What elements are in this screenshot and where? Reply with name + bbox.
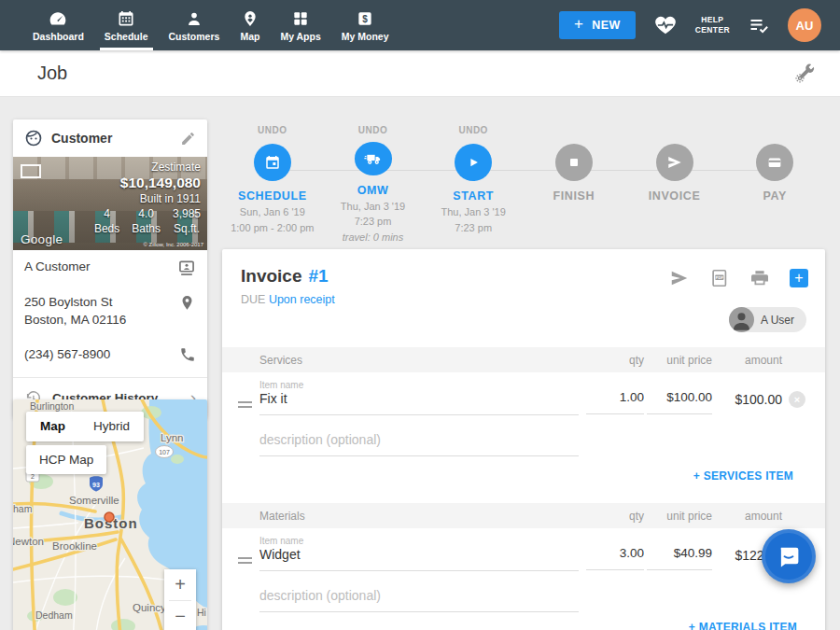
job-timeline: UNDO SCHEDULE Sun, Jan 6 '19 1:00 pm - 2…: [222, 125, 825, 245]
material-item-name-input[interactable]: [259, 547, 579, 571]
material-qty-input[interactable]: [586, 546, 644, 570]
step-label: FINISH: [553, 189, 595, 203]
contact-card-icon[interactable]: [177, 259, 196, 277]
hcp-map-button[interactable]: HCP Map: [26, 445, 106, 474]
add-services-item-link[interactable]: + SERVICES ITEM: [693, 469, 793, 483]
invoice-title-row: Invoice #1: [241, 266, 329, 287]
service-description-input[interactable]: [259, 432, 579, 456]
start-step-button[interactable]: [455, 144, 492, 181]
property-stats: 4Beds 4.0Baths 3,985Sq.ft.: [94, 207, 201, 236]
help-center-button[interactable]: HELP CENTER: [695, 15, 730, 36]
invoice-title: Invoice: [241, 266, 301, 287]
material-description-input[interactable]: [259, 588, 579, 612]
svg-text:Dedham: Dedham: [35, 609, 73, 621]
invoice-step-button[interactable]: [656, 144, 693, 181]
nav-item-dashboard[interactable]: Dashboard: [22, 0, 94, 50]
map-type-hybrid-button[interactable]: Hybrid: [79, 412, 144, 441]
invoice-card: Invoice #1 DUE Upon receipt PDF + A User…: [222, 249, 825, 630]
svg-text:ham: ham: [13, 503, 33, 514]
nav-items: Dashboard Schedule Customers Map My Apps…: [0, 0, 399, 50]
invoice-number[interactable]: #1: [308, 266, 328, 287]
map-type-switch: Map Hybrid: [26, 412, 144, 441]
stat-beds: 4Beds: [94, 207, 119, 236]
svg-text:2: 2: [31, 473, 35, 480]
due-value-link[interactable]: Upon receipt: [269, 293, 335, 306]
drag-handle[interactable]: [238, 401, 252, 411]
svg-text:Quincy: Quincy: [133, 602, 166, 613]
service-item-name-input[interactable]: [259, 391, 579, 415]
timeline-step-schedule: UNDO SCHEDULE Sun, Jan 6 '19 1:00 pm - 2…: [222, 125, 323, 245]
plus-icon: +: [574, 15, 583, 34]
zoom-out-button[interactable]: −: [164, 601, 196, 630]
play-icon: [465, 154, 482, 171]
material-unit-price-input[interactable]: [647, 546, 712, 570]
zestimate-price: $10,149,080: [94, 175, 201, 191]
chat-bubble-icon: [775, 542, 803, 570]
schedule-icon: [117, 9, 135, 28]
calendar-icon: [264, 154, 281, 171]
omw-step-button[interactable]: [355, 142, 392, 175]
page-header: Job: [0, 50, 840, 97]
step-label: START: [453, 189, 494, 203]
nav-item-map[interactable]: Map: [230, 0, 270, 50]
service-qty-input[interactable]: [586, 390, 644, 414]
job-tools-button[interactable]: [794, 63, 816, 84]
heart-pulse-icon[interactable]: [653, 13, 678, 37]
svg-text:Lynn: Lynn: [161, 432, 184, 443]
invoice-actions: PDF +: [669, 268, 808, 288]
step-details: Sun, Jan 6 '19 1:00 pm - 2:00 pm: [231, 204, 314, 235]
location-pin-icon[interactable]: [178, 294, 196, 312]
service-amount: $100.00: [735, 392, 782, 407]
undo-schedule-button[interactable]: UNDO: [258, 125, 287, 137]
chat-fab-button[interactable]: [762, 529, 816, 583]
edit-pencil-icon[interactable]: [180, 131, 196, 147]
schedule-step-button[interactable]: [254, 144, 291, 181]
nav-label: Customers: [169, 31, 220, 42]
nav-label: Map: [240, 31, 259, 42]
undo-start-button[interactable]: UNDO: [458, 125, 487, 137]
send-icon: [666, 154, 683, 171]
undo-omw-button[interactable]: UNDO: [358, 125, 387, 135]
pay-step-button[interactable]: [756, 144, 793, 181]
photo-copyright: © Zillow, Inc. 2006-2017: [144, 242, 203, 247]
nav-item-customers[interactable]: Customers: [159, 0, 231, 50]
customer-address: 250 Boylston St Boston, MA 02116: [24, 294, 171, 329]
new-button[interactable]: + NEW: [559, 11, 636, 39]
finish-step-button[interactable]: [555, 144, 593, 181]
nav-item-schedule[interactable]: Schedule: [94, 0, 159, 50]
due-label: DUE: [241, 293, 265, 306]
pdf-icon[interactable]: PDF: [709, 268, 730, 288]
dashboard-icon: [49, 9, 67, 28]
print-icon[interactable]: [749, 268, 770, 288]
add-materials-item-link[interactable]: + MATERIALS ITEM: [689, 621, 797, 630]
tasks-checklist-icon[interactable]: [748, 14, 770, 36]
nav-label: Schedule: [105, 31, 148, 42]
svg-text:93: 93: [92, 482, 100, 488]
assigned-user-chip[interactable]: A User: [729, 307, 806, 332]
drag-handle[interactable]: [238, 557, 252, 567]
qty-column-header: qty: [629, 354, 644, 367]
nav-item-my-apps[interactable]: My Apps: [270, 0, 330, 50]
phone-icon[interactable]: [179, 346, 196, 363]
google-watermark: Google: [21, 232, 63, 246]
customer-address-row: 250 Boylston St Boston, MA 02116: [13, 286, 207, 338]
map-pin-icon: [241, 9, 259, 28]
map-type-map-button[interactable]: Map: [26, 412, 79, 441]
step-label: INVOICE: [649, 189, 701, 203]
invoice-due: DUE Upon receipt: [241, 293, 335, 306]
add-invoice-button[interactable]: +: [790, 269, 808, 287]
timeline-step-omw: UNDO OMW Thu, Jan 3 '19 7:23 pm travel: …: [323, 125, 424, 245]
service-unit-price-input[interactable]: [647, 390, 712, 414]
customer-card-header: Customer: [13, 119, 207, 157]
unit-price-column-header: unit price: [666, 354, 712, 367]
user-avatar[interactable]: AU: [788, 8, 821, 42]
nav-item-my-money[interactable]: $ My Money: [331, 0, 399, 50]
remove-service-item-button[interactable]: ×: [789, 391, 805, 408]
zoom-in-button[interactable]: +: [164, 569, 196, 600]
customers-icon: [185, 9, 203, 28]
customer-phone-row: (234) 567-8900: [13, 338, 207, 372]
services-section-header: Services qty unit price amount: [222, 347, 825, 372]
send-invoice-icon[interactable]: [669, 268, 690, 288]
item-name-label: Item name: [259, 380, 303, 390]
zestimate-overlay: Zestimate $10,149,080 Built in 1911 4Bed…: [94, 161, 201, 236]
